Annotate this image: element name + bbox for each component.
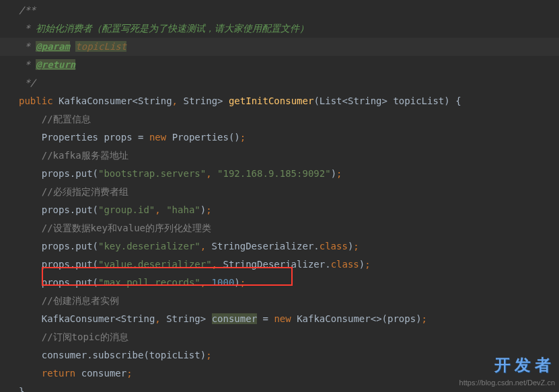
angle: >	[217, 95, 223, 106]
code: StringDeserializer.	[212, 241, 320, 251]
space	[450, 95, 455, 106]
paren: )	[234, 277, 239, 288]
comma: ,	[155, 204, 160, 215]
string: "haha"	[166, 204, 200, 215]
angle: >	[382, 95, 387, 106]
code: props.put(	[42, 277, 98, 288]
code-line: return consumer;	[0, 364, 559, 383]
doc-star: *	[19, 23, 36, 34]
keyword-return: return	[42, 368, 76, 379]
comment: //创建消息者实例	[42, 295, 119, 306]
comma: ,	[206, 168, 211, 179]
space	[206, 313, 211, 324]
doc-tag-return: @return	[36, 59, 75, 70]
space	[161, 313, 166, 324]
keyword-new: new	[149, 132, 166, 143]
string: "value.deserializer"	[98, 259, 212, 270]
code-line: //创建消息者实例	[0, 292, 559, 310]
space	[206, 277, 211, 288]
paren: )	[331, 168, 336, 179]
semi: ;	[206, 350, 211, 360]
code: KafkaConsumer<>(props)	[297, 313, 421, 324]
code: props.put(	[42, 241, 98, 251]
code-line: }	[0, 383, 559, 392]
string: "group.id"	[98, 204, 155, 215]
paren: (	[313, 95, 319, 106]
string: "bootstrap.servers"	[98, 168, 206, 179]
variable: consumer	[212, 313, 257, 324]
paren: )	[444, 95, 449, 106]
space	[212, 168, 217, 179]
semi: ;	[365, 259, 370, 270]
comma: ,	[172, 95, 178, 106]
type: List	[320, 95, 342, 106]
code-line: //设置数据key和value的序列化处理类	[0, 219, 559, 237]
string: "192.168.9.185:9092"	[217, 168, 331, 179]
code: KafkaConsumer	[42, 313, 116, 324]
keyword-new: new	[274, 313, 291, 324]
angle: <	[342, 95, 348, 106]
comment: //必须指定消费者组	[42, 186, 128, 197]
code: StringDeserializer.	[223, 259, 330, 270]
code-line: KafkaConsumer<String, String> consumer =…	[0, 310, 559, 328]
keyword-class: class	[320, 241, 348, 251]
code-line: consumer.subscribe(topicList);	[0, 346, 559, 364]
angle: <	[115, 313, 120, 324]
doc-close: */	[19, 77, 36, 88]
semi: ;	[353, 241, 359, 251]
code-line: props.put("value.deserializer", StringDe…	[0, 256, 559, 274]
comma: ,	[212, 259, 217, 270]
code: props.put(	[42, 168, 98, 179]
code-line: //kafka服务器地址	[0, 147, 559, 165]
semi: ;	[126, 368, 132, 379]
code-editor[interactable]: /** * 初始化消费者（配置写死是为了快速测试，请大家使用配置文件） * @p…	[0, 0, 559, 392]
method-name: getInitConsumer	[229, 95, 313, 106]
type: String	[121, 313, 155, 324]
type: String	[183, 95, 217, 106]
code-line-current: * @param topicList	[0, 38, 559, 56]
comma: ,	[200, 241, 206, 251]
space	[206, 241, 211, 251]
code: props.put(	[42, 259, 98, 270]
code-line: /**	[0, 1, 559, 19]
code-line: //订阅topic的消息	[0, 328, 559, 346]
angle: >	[200, 313, 206, 324]
space	[291, 313, 297, 324]
comment: //配置信息	[42, 114, 91, 124]
code: consumer.subscribe(topicList)	[42, 350, 206, 360]
semi: ;	[422, 313, 427, 324]
brace: {	[455, 95, 461, 106]
string: "max.poll.records"	[98, 277, 200, 288]
paren: )	[359, 259, 365, 270]
comma: ,	[200, 277, 206, 288]
code-line: public KafkaConsumer<String, String> get…	[0, 92, 559, 110]
semi: ;	[240, 132, 246, 143]
semi: ;	[240, 277, 246, 288]
space	[223, 95, 229, 106]
comment: //设置数据key和value的序列化处理类	[42, 223, 211, 233]
space	[161, 204, 166, 215]
space	[257, 313, 262, 324]
comment: //订阅topic的消息	[42, 331, 128, 342]
code-line: Properties props = new Properties();	[0, 128, 559, 147]
type: String	[166, 313, 200, 324]
string: "key.deserializer"	[98, 241, 200, 251]
number: 1000	[212, 277, 235, 288]
code: Properties props	[42, 132, 138, 143]
angle: <	[133, 95, 138, 106]
space	[166, 132, 172, 143]
code-line: props.put("max.poll.records", 1000);	[0, 274, 559, 292]
doc-star: *	[19, 59, 36, 70]
code-line: props.put("key.deserializer", StringDese…	[0, 237, 559, 256]
doc-star: *	[19, 41, 36, 52]
code-line: //配置信息	[0, 110, 559, 128]
doc-param-name: topicList	[75, 41, 126, 52]
semi: ;	[206, 204, 211, 215]
code: props.put(	[42, 204, 98, 215]
code-line: * @return	[0, 56, 559, 74]
comment: //kafka服务器地址	[42, 150, 128, 161]
doc-tag-param: @param	[36, 41, 70, 52]
code-line: props.put("bootstrap.servers", "192.168.…	[0, 165, 559, 183]
type: String	[138, 95, 172, 106]
keyword-public: public	[19, 95, 53, 106]
